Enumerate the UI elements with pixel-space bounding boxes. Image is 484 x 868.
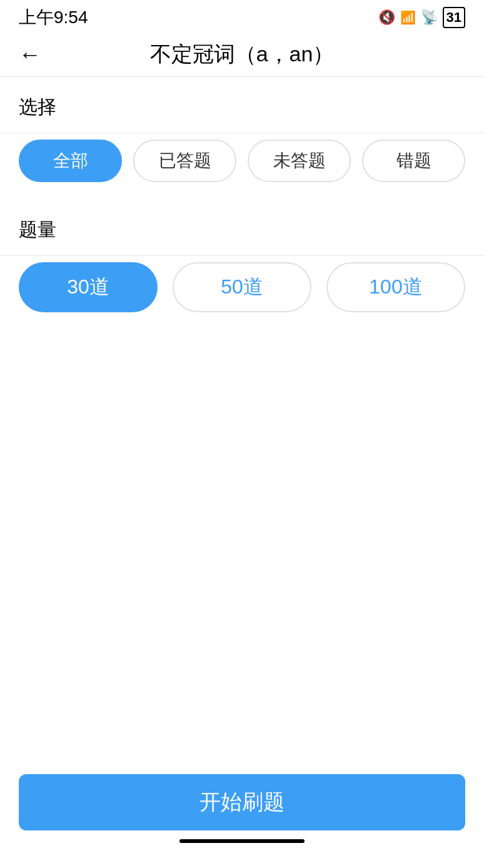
- mute-icon: 🔇: [378, 9, 395, 26]
- filter-row: 全部 已答题 未答题 错题: [0, 133, 484, 200]
- quantity-50[interactable]: 50道: [173, 262, 311, 312]
- page-title: 不定冠词（a，an）: [150, 40, 335, 69]
- home-indicator: [179, 839, 305, 843]
- signal-icon: 📶: [400, 10, 416, 25]
- start-button[interactable]: 开始刷题: [19, 774, 465, 830]
- header: ← 不定冠词（a，an）: [0, 33, 484, 76]
- filter-unanswered[interactable]: 未答题: [248, 140, 351, 182]
- bottom-bar: 开始刷题: [0, 762, 484, 868]
- status-icons: 🔇 📶 📡 31: [378, 7, 465, 28]
- quantity-100[interactable]: 100道: [326, 262, 465, 312]
- status-time: 上午9:54: [19, 6, 88, 29]
- battery-icon: 31: [443, 7, 465, 28]
- quantity-30[interactable]: 30道: [19, 262, 158, 312]
- selection-label: 选择: [0, 77, 484, 133]
- filter-all[interactable]: 全部: [19, 140, 122, 182]
- back-button[interactable]: ←: [19, 43, 41, 66]
- quantity-label: 题量: [0, 200, 484, 255]
- filter-wrong[interactable]: 错题: [362, 140, 465, 182]
- quantity-row: 30道 50道 100道: [0, 256, 484, 330]
- status-bar: 上午9:54 🔇 📶 📡 31: [0, 0, 484, 33]
- filter-answered[interactable]: 已答题: [133, 140, 236, 182]
- wifi-icon: 📡: [421, 9, 438, 26]
